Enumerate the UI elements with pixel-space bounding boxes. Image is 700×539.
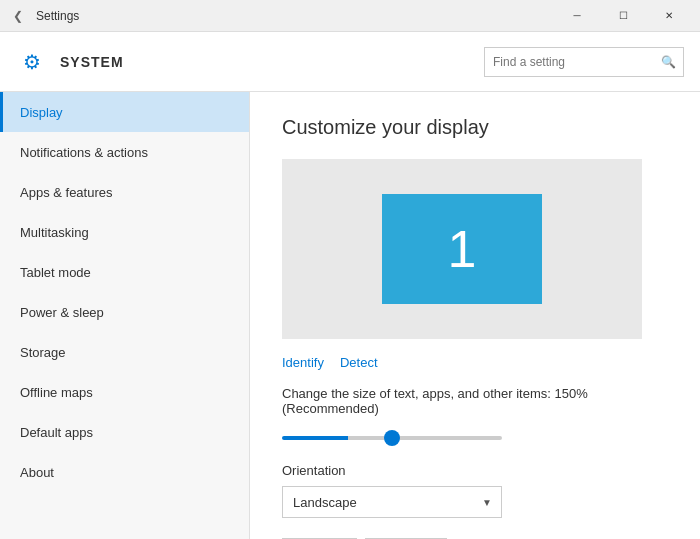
content-area: Customize your display 1 Identify Detect… (250, 92, 700, 539)
sidebar-item-tablet[interactable]: Tablet mode (0, 252, 249, 292)
sidebar-item-about[interactable]: About (0, 452, 249, 492)
sidebar-item-multitasking[interactable]: Multitasking (0, 212, 249, 252)
app-title: SYSTEM (60, 54, 484, 70)
sidebar-item-display[interactable]: Display (0, 92, 249, 132)
close-button[interactable]: ✕ (646, 0, 692, 32)
maximize-button[interactable]: ☐ (600, 0, 646, 32)
page-title: Customize your display (282, 116, 668, 139)
sidebar-item-offline-maps[interactable]: Offline maps (0, 372, 249, 412)
sidebar-item-notifications[interactable]: Notifications & actions (0, 132, 249, 172)
display-links: Identify Detect (282, 355, 668, 370)
orientation-label: Orientation (282, 463, 668, 478)
system-icon: ⚙ (16, 46, 48, 78)
orientation-select[interactable]: Landscape Portrait Landscape (flipped) P… (282, 486, 502, 518)
window-title: Settings (36, 9, 79, 23)
sidebar-item-storage[interactable]: Storage (0, 332, 249, 372)
display-preview: 1 (282, 159, 642, 339)
back-button[interactable]: ❮ (8, 6, 28, 26)
scale-label: Change the size of text, apps, and other… (282, 386, 668, 416)
scale-slider[interactable] (282, 436, 502, 440)
sidebar-item-default-apps[interactable]: Default apps (0, 412, 249, 452)
identify-button[interactable]: Identify (282, 355, 324, 370)
sidebar: Display Notifications & actions Apps & f… (0, 92, 250, 539)
search-box: 🔍 (484, 47, 684, 77)
main-layout: Display Notifications & actions Apps & f… (0, 92, 700, 539)
detect-button[interactable]: Detect (340, 355, 378, 370)
search-button[interactable]: 🔍 (653, 47, 683, 77)
title-bar-left: ❮ Settings (8, 6, 554, 26)
scale-slider-container (282, 428, 668, 443)
orientation-select-wrapper: Landscape Portrait Landscape (flipped) P… (282, 486, 502, 518)
search-input[interactable] (485, 55, 653, 69)
title-bar: ❮ Settings ─ ☐ ✕ (0, 0, 700, 32)
app-header: ⚙ SYSTEM 🔍 (0, 32, 700, 92)
minimize-button[interactable]: ─ (554, 0, 600, 32)
sidebar-item-power[interactable]: Power & sleep (0, 292, 249, 332)
window-controls: ─ ☐ ✕ (554, 0, 692, 32)
sidebar-item-apps[interactable]: Apps & features (0, 172, 249, 212)
display-screen: 1 (382, 194, 542, 304)
